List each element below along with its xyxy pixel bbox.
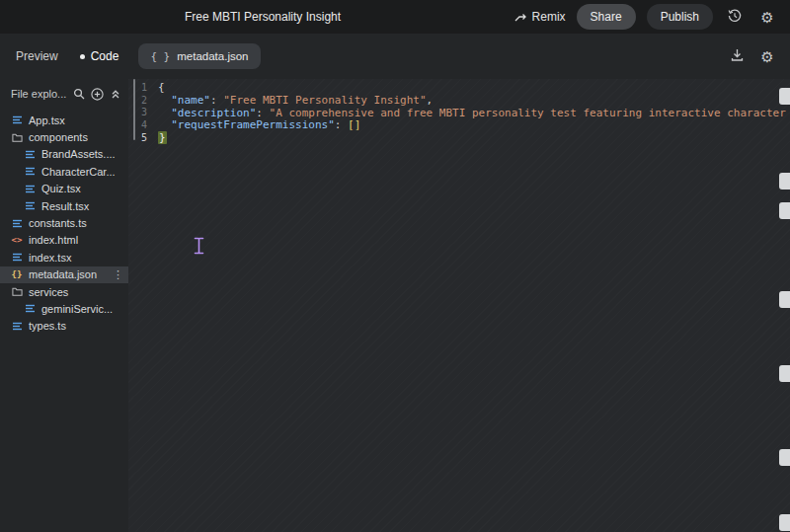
typescript-file-icon <box>11 321 23 332</box>
file-item-types-ts[interactable]: types.ts <box>0 318 128 335</box>
line-number: 1 <box>128 82 147 93</box>
code-text: "description": "A comprehensive and free… <box>158 107 790 119</box>
typescript-file-icon <box>24 166 36 177</box>
file-item-metadata-json[interactable]: {}metadata.json⋮ <box>0 266 128 283</box>
file-menu-kebab-icon[interactable]: ⋮ <box>113 268 123 281</box>
file-label: App.tsx <box>29 114 65 126</box>
tab-preview[interactable]: Preview <box>16 49 58 63</box>
file-label: index.html <box>29 234 78 246</box>
code-token: { <box>158 81 165 94</box>
code-token: "name" <box>171 94 210 107</box>
app-header: Free MBTI Personality Insight Remix Shar… <box>0 0 790 34</box>
line-number: 2 <box>128 95 147 106</box>
file-explorer: File explo... App.tsxcomponentsBrandAsse… <box>0 79 128 532</box>
code-token: "description" <box>171 107 256 119</box>
code-token: "A comprehensive and free MBTI personali… <box>270 107 790 119</box>
publish-button[interactable]: Publish <box>647 4 713 30</box>
file-label: constants.ts <box>29 217 87 229</box>
download-icon <box>730 47 745 65</box>
gear-icon: ⚙ <box>760 10 773 25</box>
remix-button[interactable]: Remix <box>514 10 566 24</box>
code-token <box>158 94 171 107</box>
file-item-geminiservic[interactable]: geminiServic... <box>0 300 128 317</box>
code-lines: 1{2 "name": "Free MBTI Personality Insig… <box>128 81 790 144</box>
search-icon[interactable] <box>73 88 85 100</box>
file-item-app-tsx[interactable]: App.tsx <box>0 112 128 128</box>
text-cursor-pointer-icon <box>194 237 204 259</box>
edge-scroll-fragment <box>779 291 790 308</box>
remix-label: Remix <box>532 10 566 24</box>
file-item-quiz-tsx[interactable]: Quiz.tsx <box>0 181 128 197</box>
collapse-all-icon[interactable] <box>110 88 121 100</box>
download-button[interactable] <box>726 45 748 67</box>
file-item-services[interactable]: services <box>0 283 128 300</box>
file-label: geminiServic... <box>41 303 113 315</box>
code-text: } <box>158 131 167 144</box>
file-tree: App.tsxcomponentsBrandAssets....Characte… <box>0 112 128 335</box>
editor-toolbar: Preview Code { } metadata.json ⚙ <box>0 34 790 79</box>
typescript-file-icon <box>11 252 23 263</box>
file-label: metadata.json <box>29 268 97 280</box>
edge-scroll-fragment <box>779 88 790 105</box>
code-line-3[interactable]: 3 "description": "A comprehensive and fr… <box>128 107 790 119</box>
history-button[interactable] <box>724 6 746 28</box>
line-number: 3 <box>128 107 147 117</box>
file-explorer-header: File explo... <box>0 82 128 106</box>
file-item-index-tsx[interactable]: index.tsx <box>0 249 128 266</box>
code-token: , <box>427 94 434 107</box>
code-token: : <box>335 118 348 131</box>
history-icon <box>727 8 743 27</box>
code-editor[interactable]: 1{2 "name": "Free MBTI Personality Insig… <box>128 79 790 532</box>
edge-scroll-fragment <box>779 514 790 531</box>
code-token: } <box>158 131 167 144</box>
code-settings-button[interactable]: ⚙ <box>756 45 778 67</box>
code-token <box>158 107 171 119</box>
file-label: CharacterCar... <box>41 166 116 178</box>
settings-button[interactable]: ⚙ <box>756 6 778 28</box>
file-item-brandassets[interactable]: BrandAssets.... <box>0 146 128 163</box>
folder-icon <box>11 286 23 297</box>
typescript-file-icon <box>11 114 23 125</box>
toolbar-actions: ⚙ <box>726 45 790 67</box>
tab-code-label: Code <box>91 49 119 63</box>
code-line-4[interactable]: 4 "requestFramePermissions": [] <box>128 118 790 131</box>
code-text: "requestFramePermissions": [] <box>158 118 360 131</box>
edge-scroll-fragment <box>779 173 790 190</box>
file-item-result-tsx[interactable]: Result.tsx <box>0 197 128 214</box>
typescript-file-icon <box>24 303 36 314</box>
code-line-5[interactable]: 5} <box>128 131 790 144</box>
typescript-file-icon <box>24 184 36 194</box>
code-text: "name": "Free MBTI Personality Insight", <box>158 94 433 107</box>
typescript-file-icon <box>24 149 36 160</box>
share-button[interactable]: Share <box>577 4 636 30</box>
code-token: "Free MBTI Personality Insight" <box>223 94 426 107</box>
tab-code[interactable]: Code <box>80 49 119 63</box>
active-tab-dot-icon <box>80 54 85 59</box>
code-token: [] <box>348 118 360 131</box>
html-file-icon: <> <box>11 235 23 245</box>
line-number: 4 <box>128 119 147 130</box>
main-area: File explo... App.tsxcomponentsBrandAsse… <box>0 79 790 532</box>
file-item-charactercar[interactable]: CharacterCar... <box>0 163 128 180</box>
file-item-components[interactable]: components <box>0 128 128 145</box>
file-label: Quiz.tsx <box>41 183 81 194</box>
file-explorer-title: File explo... <box>11 88 67 100</box>
code-line-2[interactable]: 2 "name": "Free MBTI Personality Insight… <box>128 94 790 107</box>
edge-scroll-fragment <box>779 202 790 219</box>
file-label: Result.tsx <box>41 200 89 212</box>
edge-scroll-fragment <box>779 449 790 466</box>
typescript-file-icon <box>11 218 23 229</box>
code-token <box>158 118 171 131</box>
editor-edge-marker <box>133 79 135 140</box>
open-file-tab[interactable]: { } metadata.json <box>138 43 260 69</box>
file-label: index.tsx <box>29 252 71 264</box>
remix-icon <box>514 10 527 24</box>
file-item-constants-ts[interactable]: constants.ts <box>0 214 128 231</box>
folder-icon <box>11 132 23 143</box>
file-label: services <box>29 286 68 298</box>
code-token: "requestFramePermissions" <box>171 118 335 131</box>
file-item-index-html[interactable]: <>index.html <box>0 232 128 249</box>
add-file-icon[interactable] <box>91 88 104 101</box>
code-line-1[interactable]: 1{ <box>128 81 790 94</box>
gear-icon: ⚙ <box>760 49 773 64</box>
